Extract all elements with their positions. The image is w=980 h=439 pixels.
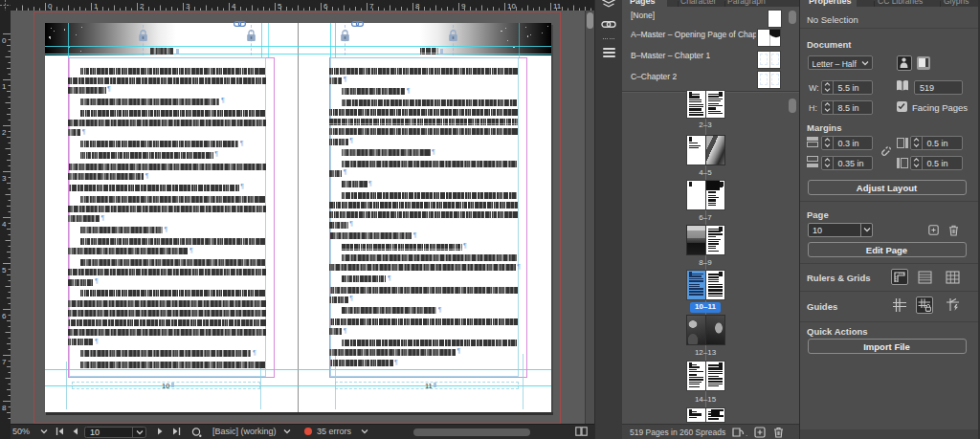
svg-text:10: 10 bbox=[507, 2, 516, 11]
svg-text:2: 2 bbox=[2, 128, 7, 137]
svg-text:3: 3 bbox=[2, 174, 7, 183]
svg-text:1: 1 bbox=[2, 82, 7, 91]
svg-text:4: 4 bbox=[232, 2, 236, 11]
svg-text:8: 8 bbox=[2, 404, 7, 412]
svg-text:7: 7 bbox=[2, 358, 7, 366]
svg-text:0: 0 bbox=[48, 2, 53, 11]
svg-text:1: 1 bbox=[94, 2, 99, 11]
svg-text:0: 0 bbox=[2, 36, 7, 45]
svg-text:9: 9 bbox=[461, 2, 466, 11]
svg-text:5: 5 bbox=[2, 266, 7, 274]
svg-text:6: 6 bbox=[323, 2, 328, 11]
svg-text:8: 8 bbox=[415, 2, 420, 11]
svg-text:5: 5 bbox=[278, 2, 282, 11]
svg-text:6: 6 bbox=[2, 312, 7, 320]
svg-text:7: 7 bbox=[369, 2, 374, 11]
svg-text:11: 11 bbox=[553, 2, 562, 11]
svg-text:2: 2 bbox=[140, 2, 145, 11]
svg-text:3: 3 bbox=[186, 2, 190, 11]
svg-text:4: 4 bbox=[2, 220, 7, 229]
